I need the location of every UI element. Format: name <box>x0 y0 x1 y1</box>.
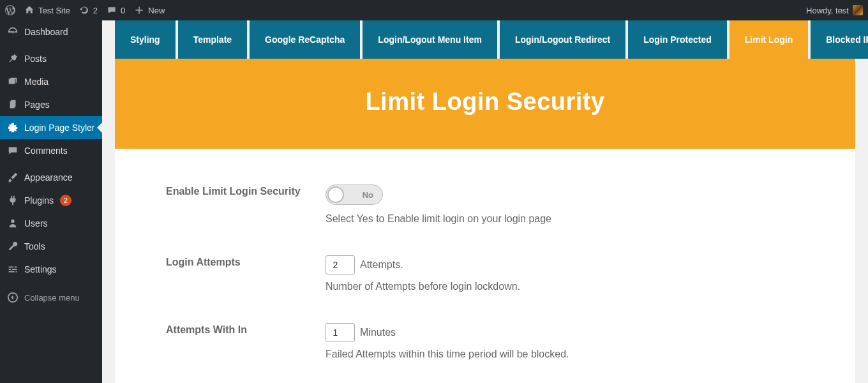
sidebar-label: Comments <box>24 146 68 156</box>
section-header: Limit Login Security <box>115 59 855 149</box>
sidebar-label: Users <box>24 218 48 229</box>
pending-comments-count: 0 <box>121 6 125 15</box>
setting-attempts: Login Attempts Attempts. Number of Attem… <box>166 255 804 292</box>
main-content: Styling Template Google ReCaptcha Login/… <box>102 20 868 383</box>
admin-bar: Test Site 2 0 New Howdy, test <box>0 0 868 20</box>
toggle-knob <box>327 186 344 203</box>
sidebar-label: Settings <box>24 264 57 274</box>
section-title: Limit Login Security <box>128 88 842 116</box>
howdy-text: Howdy, test <box>806 6 849 15</box>
wordpress-icon <box>5 5 15 15</box>
media-icon <box>6 75 19 88</box>
sidebar-label: Plugins <box>24 195 54 206</box>
sidebar-label: Pages <box>24 100 50 110</box>
sidebar-label: Posts <box>24 54 47 64</box>
setting-description: Select Yes to Enable limit login on your… <box>326 213 804 225</box>
tab-blocked-ip[interactable]: Blocked IP <box>811 20 868 59</box>
sidebar-item-appearance[interactable]: Appearance <box>0 166 102 189</box>
sidebar-item-tools[interactable]: Tools <box>0 235 102 258</box>
refresh-icon <box>79 5 89 15</box>
setting-label: Enable Limit Login Security <box>166 184 326 199</box>
tab-styling[interactable]: Styling <box>115 20 176 59</box>
comment-icon <box>6 144 19 157</box>
gear-icon <box>6 121 19 134</box>
pin-icon <box>6 52 19 65</box>
unit-label: Minutes <box>360 327 396 338</box>
sidebar-label: Login Page Styler <box>24 123 95 133</box>
tab-protected[interactable]: Login Protected <box>628 20 727 59</box>
home-icon <box>24 5 34 15</box>
within-input[interactable] <box>326 323 355 342</box>
sidebar-item-users[interactable]: Users <box>0 212 102 235</box>
plug-icon <box>6 194 19 207</box>
new-label: New <box>148 6 165 15</box>
wp-logo[interactable] <box>5 5 15 15</box>
dashboard-icon <box>6 26 19 38</box>
sidebar-item-posts[interactable]: Posts <box>0 47 102 70</box>
tab-limit-login[interactable]: Limit Login <box>730 20 808 59</box>
pages-icon <box>6 98 19 111</box>
tab-template[interactable]: Template <box>178 20 247 59</box>
updates-count: 2 <box>93 6 98 15</box>
enable-toggle[interactable]: No <box>326 184 383 205</box>
brush-icon <box>6 171 19 184</box>
admin-sidebar: Dashboard Posts Media Pages Login Page S… <box>0 20 102 383</box>
sliders-icon <box>6 263 19 276</box>
setting-enable: Enable Limit Login Security No Select Ye… <box>166 184 804 225</box>
setting-description: Failed Attempts within this time period … <box>326 349 804 360</box>
user-avatar <box>853 5 863 15</box>
sidebar-item-dashboard[interactable]: Dashboard <box>0 20 102 43</box>
unit-label: Attempts. <box>360 259 403 271</box>
svg-point-0 <box>11 220 14 223</box>
user-icon <box>6 217 19 230</box>
site-name: Test Site <box>38 6 70 15</box>
sidebar-label: Media <box>24 77 49 87</box>
wrench-icon <box>6 240 19 253</box>
setting-description: Number of Attempts before login lockdown… <box>326 281 804 292</box>
sidebar-collapse[interactable]: Collapse menu <box>0 286 102 309</box>
attempts-input[interactable] <box>326 255 355 274</box>
sidebar-label: Tools <box>24 241 45 252</box>
settings-tabs: Styling Template Google ReCaptcha Login/… <box>115 20 855 59</box>
sidebar-item-plugins[interactable]: Plugins 2 <box>0 189 102 212</box>
tab-recaptcha[interactable]: Google ReCaptcha <box>250 20 360 59</box>
updates-link[interactable]: 2 <box>79 5 98 15</box>
plus-icon <box>134 5 144 15</box>
site-link[interactable]: Test Site <box>24 5 70 15</box>
sidebar-label: Dashboard <box>24 27 68 37</box>
sidebar-item-login-page-styler[interactable]: Login Page Styler <box>0 116 102 139</box>
collapse-icon <box>6 291 19 304</box>
comment-icon <box>107 5 117 15</box>
tab-menu-item[interactable]: Login/Logout Menu Item <box>363 20 497 59</box>
sidebar-label: Collapse menu <box>24 293 80 303</box>
comments-link[interactable]: 0 <box>107 5 125 15</box>
setting-label: Attempts With In <box>166 323 326 337</box>
tab-redirect[interactable]: Login/Logout Redirect <box>500 20 625 59</box>
sidebar-item-settings[interactable]: Settings <box>0 258 102 281</box>
sidebar-item-pages[interactable]: Pages <box>0 93 102 116</box>
sidebar-item-comments[interactable]: Comments <box>0 139 102 162</box>
toggle-state: No <box>363 190 373 200</box>
account-link[interactable]: Howdy, test <box>806 5 863 15</box>
plugins-update-badge: 2 <box>60 195 71 206</box>
sidebar-item-media[interactable]: Media <box>0 70 102 93</box>
setting-within: Attempts With In Minutes Failed Attempts… <box>166 323 804 360</box>
new-content-link[interactable]: New <box>134 5 165 15</box>
sidebar-label: Appearance <box>24 172 73 183</box>
setting-label: Login Attempts <box>166 255 326 269</box>
settings-panel: Enable Limit Login Security No Select Ye… <box>115 149 855 383</box>
